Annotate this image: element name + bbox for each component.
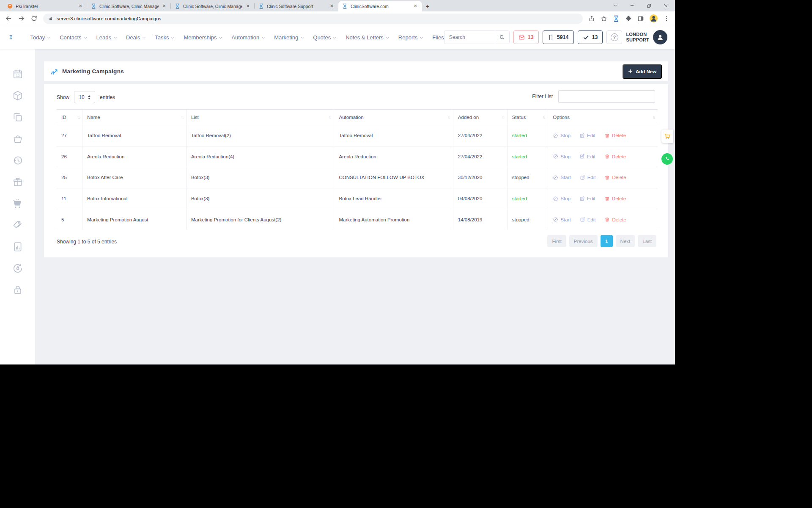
sidebar-item-report[interactable] xyxy=(12,241,23,252)
campaign-edit-button[interactable]: Edit xyxy=(579,196,595,202)
sidebar-item-tags[interactable] xyxy=(12,220,23,231)
pagination-page-1-button[interactable]: 1 xyxy=(601,235,613,247)
campaign-delete-button[interactable]: Delete xyxy=(604,196,626,202)
sidebar-item-gift[interactable] xyxy=(12,177,23,188)
column-header-automation[interactable]: Automation↑↓ xyxy=(334,110,453,125)
pagination-next-button[interactable]: Next xyxy=(616,235,635,247)
nav-item-automation[interactable]: Automation xyxy=(231,34,265,41)
sidebar-item-calendar[interactable]: 12 xyxy=(12,69,23,80)
campaign-delete-button[interactable]: Delete xyxy=(604,175,626,180)
nav-item-quotes[interactable]: Quotes xyxy=(313,34,337,41)
column-header-added_on[interactable]: Added on↑↓ xyxy=(453,110,508,125)
svg-text:12: 12 xyxy=(16,74,20,77)
nav-item-files[interactable]: Files xyxy=(432,34,444,41)
column-header-name[interactable]: Name↑↓ xyxy=(82,110,187,125)
browser-menu-kebab-icon[interactable] xyxy=(663,15,670,22)
sidebar-item-history[interactable] xyxy=(12,155,23,166)
browser-profile-avatar[interactable] xyxy=(650,14,658,22)
pagination-last-button[interactable]: Last xyxy=(638,235,656,247)
browser-tab-3[interactable]: Clinic Software, Clinic Manageme✕ xyxy=(171,1,255,11)
nav-item-contacts[interactable]: Contacts xyxy=(60,34,87,41)
add-new-button[interactable]: Add New xyxy=(623,64,662,79)
browser-tab-5[interactable]: ClinicSoftware.com✕ xyxy=(338,1,422,11)
sidebar-item-cart[interactable] xyxy=(12,198,23,209)
back-icon[interactable] xyxy=(5,15,12,22)
pagination-previous-button[interactable]: Previous xyxy=(569,235,598,247)
campaign-edit-button[interactable]: Edit xyxy=(580,175,596,180)
cell-name: Botox Infomational xyxy=(82,188,187,209)
extensions-puzzle-icon[interactable] xyxy=(625,15,632,22)
campaign-stop-button[interactable]: Stop xyxy=(553,196,571,202)
nav-item-tasks[interactable]: Tasks xyxy=(155,34,175,41)
clinic-extension-icon[interactable] xyxy=(613,15,620,22)
nav-item-leads[interactable]: Leads xyxy=(96,34,117,41)
filter-input[interactable] xyxy=(558,90,655,103)
share-icon[interactable] xyxy=(588,15,595,22)
cell-text: Areola Reduction(4) xyxy=(191,154,234,159)
pagination-first-button[interactable]: First xyxy=(547,235,566,247)
bookmark-star-icon[interactable] xyxy=(601,15,607,22)
sidebar-item-privacy[interactable] xyxy=(12,263,23,274)
page-size-select[interactable]: 10 xyxy=(74,91,95,103)
ban-icon xyxy=(553,217,558,222)
tab-close-icon[interactable]: ✕ xyxy=(245,3,251,9)
browser-tab-1[interactable]: PsiTransfer✕ xyxy=(3,1,87,11)
nav-item-marketing[interactable]: Marketing xyxy=(274,34,304,41)
tasks-badge-button[interactable]: 13 xyxy=(578,30,603,44)
whatsapp-widget-button[interactable] xyxy=(661,153,673,165)
campaign-edit-button[interactable]: Edit xyxy=(579,154,595,159)
campaign-start-button[interactable]: Start xyxy=(553,175,571,180)
close-window-button[interactable] xyxy=(657,0,674,11)
tab-close-icon[interactable]: ✕ xyxy=(162,3,167,9)
side-panel-icon[interactable] xyxy=(637,15,644,22)
cart-widget-button[interactable] xyxy=(661,130,673,143)
sidebar-item-lock[interactable] xyxy=(12,284,23,295)
tab-close-icon[interactable]: ✕ xyxy=(78,3,83,9)
nav-item-reports[interactable]: Reports xyxy=(398,34,424,41)
campaign-start-button[interactable]: Start xyxy=(553,217,571,222)
minimize-button[interactable] xyxy=(623,0,640,11)
campaign-stop-button[interactable]: Stop xyxy=(553,154,571,159)
tab-close-icon[interactable]: ✕ xyxy=(413,3,418,9)
reload-icon[interactable] xyxy=(30,15,38,22)
chevron-down-icon xyxy=(171,36,175,40)
help-button[interactable]: ? xyxy=(606,30,622,44)
nav-item-today[interactable]: Today xyxy=(30,34,51,41)
nav-item-notes-letters[interactable]: Notes & Letters xyxy=(346,34,390,41)
user-avatar[interactable] xyxy=(653,30,667,44)
sidebar-item-copy[interactable] xyxy=(12,112,23,123)
table-row: 27Tattoo RemovalTattoo Removal(2)Tattoo … xyxy=(57,125,658,146)
campaign-delete-button[interactable]: Delete xyxy=(604,133,626,138)
campaign-delete-button[interactable]: Delete xyxy=(604,154,626,159)
browser-tab-4[interactable]: Clinic Software Support✕ xyxy=(255,1,338,11)
search-button[interactable] xyxy=(495,30,510,44)
campaign-edit-button[interactable]: Edit xyxy=(580,217,596,222)
search-input[interactable] xyxy=(444,30,495,44)
campaign-stop-button[interactable]: Stop xyxy=(553,133,571,138)
address-bar[interactable]: server3.clinicsoftware.com/marketingCamp… xyxy=(43,14,583,24)
ban-icon xyxy=(553,196,558,202)
column-header-options[interactable]: Options↑↓ xyxy=(548,110,658,125)
nav-item-memberships[interactable]: Memberships xyxy=(184,34,222,41)
new-tab-button[interactable]: + xyxy=(422,1,433,11)
column-header-list[interactable]: List↑↓ xyxy=(187,110,335,125)
cell-id: 5 xyxy=(57,209,82,230)
campaign-delete-button[interactable]: Delete xyxy=(604,217,626,222)
column-header-id[interactable]: ID↑↓ xyxy=(57,110,82,125)
cell-text: 11 xyxy=(61,196,66,201)
forward-icon[interactable] xyxy=(18,15,25,22)
search-icon xyxy=(499,34,505,40)
column-header-status[interactable]: Status↑↓ xyxy=(508,110,549,125)
restore-button[interactable] xyxy=(640,0,657,11)
campaign-edit-button[interactable]: Edit xyxy=(579,133,595,138)
cell-name: Botox After Care xyxy=(82,167,187,188)
tab-close-icon[interactable]: ✕ xyxy=(329,3,335,9)
sidebar-item-package[interactable] xyxy=(12,90,23,101)
mail-badge-button[interactable]: 13 xyxy=(513,30,539,44)
browser-tab-2[interactable]: Clinic Software, Clinic Manageme✕ xyxy=(87,1,171,11)
tab-search-button[interactable] xyxy=(606,0,623,11)
phone-badge-button[interactable]: 5914 xyxy=(543,30,574,44)
nav-item-deals[interactable]: Deals xyxy=(126,34,146,41)
sidebar-item-basket[interactable] xyxy=(12,133,23,144)
close-icon xyxy=(664,3,668,8)
